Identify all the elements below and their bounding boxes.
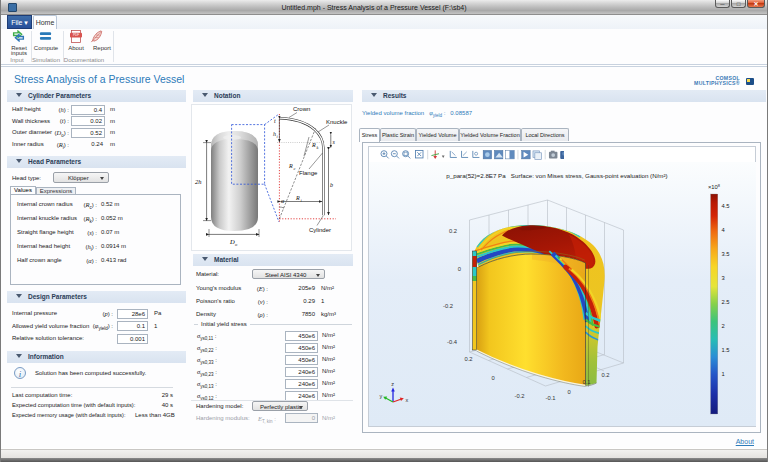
svg-text:2h: 2h xyxy=(195,178,202,185)
svg-text:-0.4: -0.4 xyxy=(447,339,458,345)
svg-text:-0.1: -0.1 xyxy=(545,395,555,401)
svg-text:Crown: Crown xyxy=(293,106,310,112)
svg-text:0.2: 0.2 xyxy=(448,228,456,234)
svg-text:0.2: 0.2 xyxy=(464,356,472,362)
svg-text:x: x xyxy=(405,397,408,403)
svg-text:α: α xyxy=(281,198,285,204)
svg-text:k: k xyxy=(317,145,319,150)
svg-text:3.5: 3.5 xyxy=(721,251,729,257)
svg-text:-0.2: -0.2 xyxy=(443,303,453,309)
svg-text:2: 2 xyxy=(721,323,724,329)
svg-text:0: 0 xyxy=(457,266,460,272)
svg-text:R: R xyxy=(288,163,293,169)
svg-text:c: c xyxy=(294,166,296,171)
svg-text:Knuckle: Knuckle xyxy=(326,119,348,125)
svg-text:PDF: PDF xyxy=(73,34,79,38)
svg-text:z: z xyxy=(391,381,394,387)
svg-text:p_para(52)=2.8E7 Pa Surface:: p_para(52)=2.8E7 Pa Surface: von Mises s… xyxy=(446,172,667,179)
svg-text:t: t xyxy=(274,118,276,124)
svg-text:Flange: Flange xyxy=(299,170,318,176)
svg-text:3: 3 xyxy=(721,275,724,281)
svg-text:y: y xyxy=(379,393,382,399)
svg-text:0.2: 0.2 xyxy=(601,372,609,378)
svg-text:i: i xyxy=(277,134,279,139)
svg-text:2.5: 2.5 xyxy=(721,299,729,305)
svg-text:o: o xyxy=(235,242,238,247)
svg-text:0: 0 xyxy=(491,375,494,381)
svg-text:4.5: 4.5 xyxy=(721,203,729,209)
svg-text:Cylinder: Cylinder xyxy=(309,227,331,233)
svg-text:R: R xyxy=(311,142,316,148)
svg-text:b: b xyxy=(330,182,333,188)
svg-text:1.5: 1.5 xyxy=(721,347,729,353)
svg-text:-0.2: -0.2 xyxy=(514,393,524,399)
svg-text:R: R xyxy=(295,195,300,201)
svg-text:i: i xyxy=(301,198,303,203)
svg-text:s: s xyxy=(333,139,336,145)
svg-text:1: 1 xyxy=(721,371,724,377)
svg-text:0.1: 0.1 xyxy=(582,379,590,385)
svg-text:0: 0 xyxy=(567,389,570,395)
